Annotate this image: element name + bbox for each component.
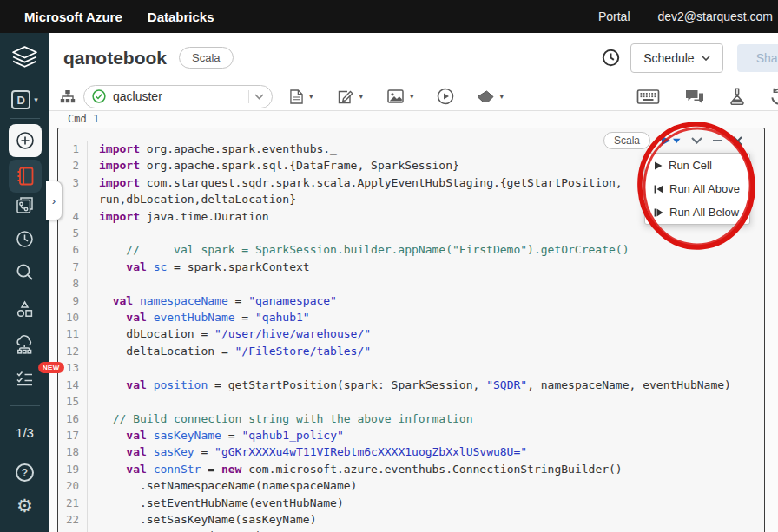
cell-minimize-chevron[interactable] — [691, 137, 702, 144]
sidebar-item-create[interactable] — [0, 124, 49, 157]
file-menu-button[interactable]: ▾ — [290, 89, 313, 104]
brand-divider — [135, 9, 135, 25]
line-number: 4 — [58, 208, 88, 225]
sidebar: D ▾ — [0, 33, 49, 532]
sidebar-item-tasks[interactable]: NEW — [0, 370, 49, 386]
code-line-content[interactable]: val position = getStartPosition(spark: S… — [88, 377, 731, 393]
sidebar-divider — [10, 405, 40, 406]
line-number: 10 — [58, 309, 88, 325]
comments-icon — [685, 89, 704, 104]
sitemap-icon[interactable] — [60, 89, 76, 104]
code-line-content[interactable]: deltaLocation = "/FileStore/tables/" — [88, 343, 371, 359]
comments-button[interactable] — [685, 89, 704, 104]
code-line-content[interactable]: val sasKey = "gGKrXXXXu4wT11VIRebtm6cXXX… — [88, 443, 527, 460]
revision-history-button[interactable] — [770, 88, 778, 106]
shortcuts-button[interactable] — [636, 89, 660, 104]
code-line: 23 .setSasKey(sasKey) — [58, 528, 764, 532]
cell-collapse-button[interactable] — [713, 140, 722, 141]
schedule-button[interactable]: Schedule — [630, 43, 722, 73]
run-cell-button[interactable] — [661, 135, 681, 146]
databricks-brand[interactable]: Databricks — [148, 10, 214, 24]
code-line-content[interactable] — [88, 359, 99, 376]
schedule-status-icon[interactable] — [602, 49, 620, 67]
line-number: 16 — [58, 410, 88, 427]
code-line-content[interactable]: .setNamespaceName(namespaceName) — [88, 477, 357, 494]
checklist-icon — [16, 370, 34, 386]
code-line-content[interactable]: .setSasKeyName(sasKeyName) — [88, 511, 316, 528]
run-menu-item-run-cell[interactable]: Run Cell — [645, 154, 749, 177]
code-line-content[interactable] — [88, 393, 99, 410]
code-line: 5 — [58, 225, 764, 241]
insert-image-button[interactable]: ▾ — [387, 89, 414, 103]
line-number: 21 — [58, 495, 88, 511]
cluster-selector[interactable]: qacluster — [83, 85, 273, 108]
portal-link[interactable]: Portal — [598, 10, 630, 23]
sidebar-item-home[interactable] — [0, 45, 49, 70]
code-line: 12 deltaLocation = "/FileStore/tables/" — [58, 343, 764, 359]
sidebar-item-repos[interactable] — [0, 196, 49, 214]
line-number: 20 — [58, 477, 88, 494]
run-menu-item-run-all-below[interactable]: Run All Below — [645, 200, 749, 224]
sidebar-item-workspace-switcher[interactable]: D ▾ — [0, 90, 49, 109]
cell-label: Cmd 1 — [68, 113, 99, 125]
sidebar-item-search[interactable] — [0, 263, 49, 281]
line-number: 8 — [58, 275, 88, 292]
code-line-content[interactable]: import java.time.Duration — [88, 208, 269, 225]
notebook-title[interactable]: qanotebook — [63, 48, 167, 69]
sidebar-expand-handle[interactable]: › — [46, 181, 63, 220]
chevron-down-icon — [691, 137, 702, 144]
sidebar-item-models[interactable] — [0, 300, 49, 319]
code-line-content[interactable]: dbLocation = "/user/hive/warehouse/" — [88, 325, 371, 342]
sidebar-divider — [10, 82, 40, 82]
share-button[interactable]: Share — [737, 44, 778, 72]
code-line: 9 val namespaceName = "qanamespace" — [58, 292, 764, 309]
play-icon — [654, 161, 663, 170]
sidebar-item-help[interactable]: ? — [0, 463, 49, 482]
code-line-content[interactable]: import org.apache.spark.sql.{DataFrame, … — [88, 157, 459, 174]
edit-menu-button[interactable]: ▾ — [338, 89, 364, 104]
code-line: 22 .setSasKeyName(sasKeyName) — [58, 511, 764, 528]
code-line-content[interactable] — [88, 275, 99, 292]
code-line-content[interactable]: run,dbLocation,deltaLocation} — [88, 191, 296, 207]
chevron-down-icon[interactable] — [254, 94, 264, 100]
code-line-content[interactable]: // val spark = SparkSession.builder.appN… — [88, 241, 629, 258]
sidebar-item-settings[interactable]: ⚙ — [0, 496, 49, 515]
code-line-content[interactable]: import com.starquest.sqdr.spark.scala.Ap… — [88, 174, 623, 191]
line-number: 18 — [58, 443, 88, 460]
code-line: 7 val sc = spark.sparkContext — [58, 259, 764, 275]
code-line-content[interactable]: import org.apache.spark.eventhubs._ — [88, 141, 337, 157]
history-icon — [770, 88, 778, 106]
run-menu-item-run-all-above[interactable]: Run All Above — [645, 177, 749, 200]
sidebar-item-recents[interactable] — [0, 230, 49, 248]
code-line-content[interactable]: .setEventHubName(eventHubName) — [88, 495, 344, 511]
pill-separator — [248, 90, 249, 103]
experiment-button[interactable] — [729, 88, 745, 105]
cell-delete-button[interactable] — [733, 136, 742, 146]
code-line-content[interactable]: .setSasKey(sasKey) — [88, 528, 262, 532]
chevron-down-icon: ▾ — [359, 92, 364, 101]
azure-brand[interactable]: Microsoft Azure — [24, 10, 122, 24]
code-line-content[interactable]: val connStr = new com.microsoft.azure.ev… — [88, 461, 623, 477]
top-bar: Microsoft Azure Databricks Portal dev2@s… — [0, 0, 778, 33]
code-line: 19 val connStr = new com.microsoft.azure… — [58, 461, 764, 477]
language-badge[interactable]: Scala — [179, 47, 234, 69]
sidebar-item-compute[interactable] — [0, 335, 49, 354]
sidebar-divider — [10, 118, 40, 119]
code-line-content[interactable]: val eventHubName = "qahub1" — [88, 309, 310, 325]
repos-icon — [16, 196, 34, 214]
code-line: 10 val eventHubName = "qahub1" — [58, 309, 764, 325]
code-line-content[interactable]: val sasKeyName = "qahub1_policy" — [88, 427, 344, 443]
cell-language-badge[interactable]: Scala — [603, 132, 650, 149]
sidebar-item-notebook-active[interactable] — [0, 160, 49, 193]
code-line-content[interactable]: // Build connection string with the abov… — [88, 410, 472, 427]
code-line-content[interactable] — [88, 225, 99, 241]
code-line-content[interactable]: val sc = spark.sparkContext — [88, 259, 310, 275]
cluster-name: qacluster — [113, 89, 162, 103]
notebook-icon — [16, 167, 34, 186]
clear-menu-button[interactable]: ▾ — [477, 90, 504, 103]
line-number: 14 — [58, 377, 88, 393]
d-workspace-icon: D — [11, 90, 30, 109]
user-account-menu[interactable]: dev2@starquest.com — [658, 10, 774, 23]
code-line-content[interactable]: val namespaceName = "qanamespace" — [88, 292, 337, 309]
run-all-button[interactable] — [437, 88, 454, 105]
